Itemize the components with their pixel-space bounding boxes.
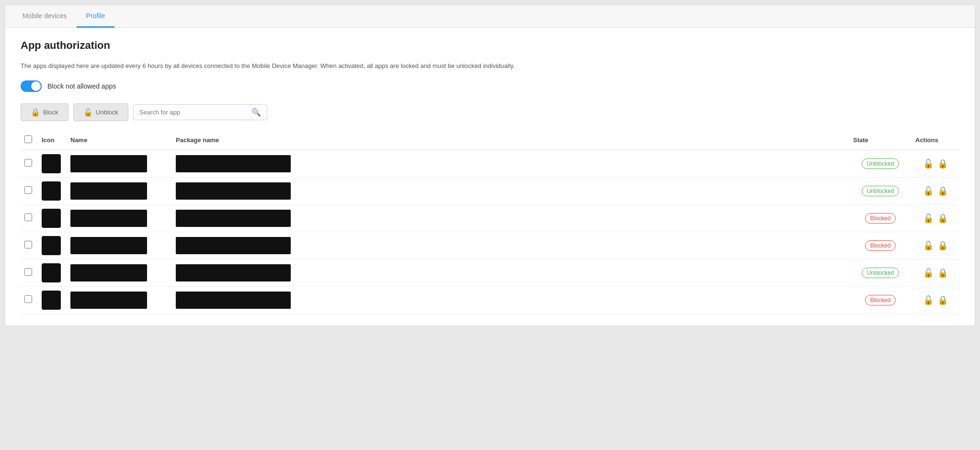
row-name-cell: [67, 150, 172, 178]
row-icon-cell: [38, 150, 67, 178]
row-checkbox[interactable]: [24, 295, 32, 303]
row-checkbox[interactable]: [24, 241, 32, 248]
block-label: Block: [43, 109, 58, 116]
actions-group: 🔓 🔒: [915, 186, 956, 196]
row-actions-cell: 🔓 🔒: [912, 286, 959, 314]
main-card: Mobile devices Profile App authorization…: [5, 5, 975, 326]
package-name: [176, 292, 291, 309]
unlock-icon: 🔓: [83, 108, 93, 117]
toolbar: 🔒 Block 🔓 Unblock 🔍: [21, 103, 959, 121]
table-body: Unblocked 🔓 🔒 Unblocked: [21, 150, 959, 314]
row-package-cell: [172, 259, 849, 286]
row-checkbox[interactable]: [24, 159, 32, 167]
table-header: Icon Name Package name State Actions: [21, 131, 959, 150]
row-name-cell: [67, 232, 172, 259]
state-badge: Blocked: [865, 213, 896, 224]
table-row: Unblocked 🔓 🔒: [21, 259, 959, 286]
block-apps-toggle[interactable]: [21, 80, 42, 92]
lock-action-icon[interactable]: 🔒: [937, 158, 948, 169]
tab-profile[interactable]: Profile: [77, 5, 115, 28]
actions-group: 🔓 🔒: [915, 240, 956, 251]
app-name: [70, 237, 147, 254]
package-name: [176, 237, 291, 254]
toggle-thumb: [31, 81, 41, 91]
row-actions-cell: 🔓 🔒: [912, 204, 959, 232]
row-package-cell: [172, 177, 849, 204]
lock-action-icon[interactable]: 🔒: [937, 213, 948, 224]
app-icon: [42, 236, 61, 255]
row-checkbox[interactable]: [24, 186, 32, 194]
row-name-cell: [67, 204, 172, 232]
block-button[interactable]: 🔒 Block: [21, 103, 68, 121]
app-table: Icon Name Package name State Actions: [21, 131, 959, 314]
app-icon: [42, 154, 61, 173]
unlock-action-icon[interactable]: 🔓: [923, 186, 934, 196]
lock-action-icon[interactable]: 🔒: [937, 268, 948, 278]
toggle-label: Block not allowed apps: [47, 82, 116, 90]
row-checkbox-cell: [21, 286, 38, 314]
state-badge: Unblocked: [862, 186, 900, 196]
unlock-action-icon[interactable]: 🔓: [923, 240, 934, 251]
table-row: Blocked 🔓 🔒: [21, 286, 959, 314]
app-icon: [42, 291, 61, 310]
tabs-bar: Mobile devices Profile: [5, 5, 975, 28]
unlock-action-icon[interactable]: 🔓: [923, 158, 934, 169]
row-actions-cell: 🔓 🔒: [912, 259, 959, 286]
state-badge: Unblocked: [862, 158, 900, 169]
table-row: Unblocked 🔓 🔒: [21, 177, 959, 204]
lock-action-icon[interactable]: 🔒: [937, 186, 948, 196]
row-checkbox[interactable]: [24, 268, 32, 276]
package-name: [176, 155, 291, 172]
state-badge: Blocked: [865, 240, 896, 251]
header-package: Package name: [172, 131, 849, 150]
app-name: [70, 210, 147, 227]
package-name: [176, 210, 291, 227]
row-actions-cell: 🔓 🔒: [912, 150, 959, 178]
app-name: [70, 155, 147, 172]
select-all-checkbox[interactable]: [24, 135, 32, 143]
package-name: [176, 264, 291, 281]
actions-group: 🔓 🔒: [915, 295, 956, 305]
lock-action-icon[interactable]: 🔒: [937, 240, 948, 251]
app-name: [70, 292, 147, 309]
table-row: Unblocked 🔓 🔒: [21, 150, 959, 178]
table-row: Blocked 🔓 🔒: [21, 204, 959, 232]
search-input[interactable]: [139, 109, 251, 116]
header-state: State: [849, 131, 912, 150]
row-actions-cell: 🔓 🔒: [912, 232, 959, 259]
table-row: Blocked 🔓 🔒: [21, 232, 959, 259]
description-text: The apps displayed here are updated ever…: [21, 61, 959, 71]
row-icon-cell: [38, 232, 67, 259]
row-checkbox-cell: [21, 204, 38, 232]
package-name: [176, 182, 291, 200]
app-name: [70, 182, 147, 200]
row-checkbox-cell: [21, 232, 38, 259]
state-badge: Blocked: [865, 295, 896, 305]
row-state-cell: Blocked: [849, 286, 912, 314]
lock-action-icon[interactable]: 🔒: [937, 295, 948, 305]
row-state-cell: Unblocked: [849, 150, 912, 178]
content-area: App authorization The apps displayed her…: [5, 28, 975, 326]
header-icon: Icon: [38, 131, 67, 150]
row-package-cell: [172, 232, 849, 259]
unblock-button[interactable]: 🔓 Unblock: [73, 103, 128, 121]
app-name: [70, 264, 147, 281]
row-state-cell: Unblocked: [849, 177, 912, 204]
unlock-action-icon[interactable]: 🔓: [923, 268, 934, 278]
row-checkbox-cell: [21, 177, 38, 204]
row-icon-cell: [38, 204, 67, 232]
row-icon-cell: [38, 286, 67, 314]
row-checkbox[interactable]: [24, 214, 32, 221]
row-name-cell: [67, 259, 172, 286]
row-package-cell: [172, 286, 849, 314]
tab-mobile-devices[interactable]: Mobile devices: [13, 5, 77, 28]
unlock-action-icon[interactable]: 🔓: [923, 295, 934, 305]
row-name-cell: [67, 177, 172, 204]
outer-wrapper: Mobile devices Profile App authorization…: [0, 0, 980, 450]
row-package-cell: [172, 150, 849, 178]
unlock-action-icon[interactable]: 🔓: [923, 213, 934, 224]
page-title: App authorization: [21, 39, 959, 52]
row-package-cell: [172, 204, 849, 232]
row-icon-cell: [38, 259, 67, 286]
app-icon: [42, 263, 61, 282]
